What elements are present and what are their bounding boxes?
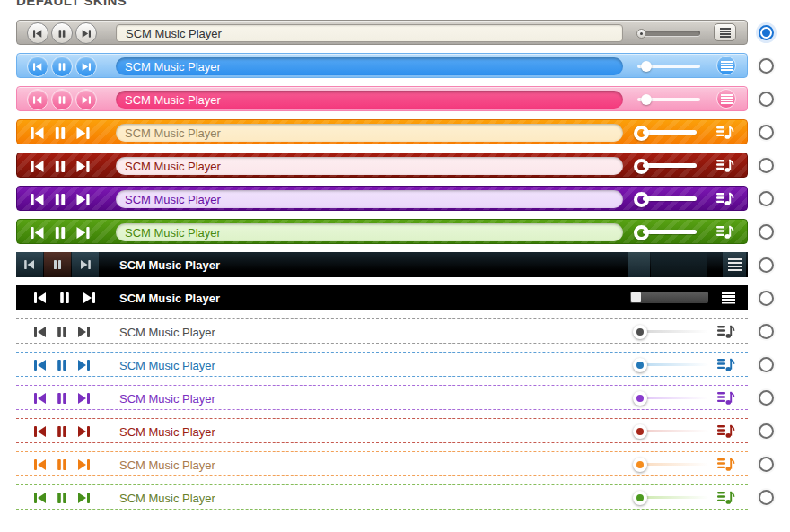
volume-slider[interactable] bbox=[634, 87, 706, 112]
previous-button[interactable] bbox=[16, 252, 43, 277]
playlist-button[interactable] bbox=[716, 191, 734, 206]
pause-button[interactable] bbox=[56, 493, 68, 503]
playlist-button[interactable] bbox=[717, 423, 735, 439]
volume-knob[interactable] bbox=[628, 252, 650, 277]
skin-radio-red-line[interactable] bbox=[759, 423, 774, 439]
volume-knob[interactable] bbox=[631, 292, 641, 302]
volume-knob[interactable] bbox=[636, 29, 646, 39]
playlist-button[interactable] bbox=[723, 252, 746, 277]
volume-knob[interactable] bbox=[633, 424, 647, 439]
volume-slider[interactable] bbox=[633, 452, 705, 477]
next-button[interactable] bbox=[75, 22, 97, 44]
next-button[interactable] bbox=[75, 194, 90, 205]
previous-button[interactable] bbox=[34, 292, 47, 303]
volume-knob[interactable] bbox=[641, 94, 652, 105]
pause-button[interactable] bbox=[53, 161, 67, 172]
volume-slider[interactable] bbox=[634, 187, 706, 212]
skin-radio-orange[interactable] bbox=[759, 125, 774, 140]
volume-knob[interactable] bbox=[634, 225, 649, 240]
volume-knob[interactable] bbox=[634, 192, 649, 207]
volume-knob[interactable] bbox=[633, 458, 647, 472]
skin-radio-black[interactable] bbox=[759, 291, 774, 306]
skin-radio-green[interactable] bbox=[759, 224, 774, 240]
playlist-button[interactable] bbox=[717, 357, 735, 372]
previous-button[interactable] bbox=[34, 459, 47, 470]
playlist-button[interactable] bbox=[717, 457, 735, 472]
volume-slider[interactable] bbox=[634, 54, 706, 79]
previous-button[interactable] bbox=[31, 127, 45, 139]
skin-radio-purple[interactable] bbox=[759, 191, 774, 206]
playlist-button[interactable] bbox=[716, 158, 734, 173]
previous-button[interactable] bbox=[27, 89, 48, 110]
volume-knob[interactable] bbox=[634, 159, 649, 174]
previous-button[interactable] bbox=[34, 360, 47, 371]
pause-button[interactable] bbox=[51, 56, 73, 77]
playlist-button[interactable] bbox=[717, 390, 735, 406]
pause-button[interactable] bbox=[58, 292, 71, 303]
skin-radio-blue-line[interactable] bbox=[759, 357, 774, 372]
volume-knob[interactable] bbox=[633, 358, 647, 372]
previous-button[interactable] bbox=[31, 227, 45, 239]
playlist-button[interactable] bbox=[717, 490, 735, 505]
skin-radio-blue[interactable] bbox=[759, 58, 774, 74]
volume-slider[interactable] bbox=[633, 485, 705, 510]
pause-button[interactable] bbox=[56, 393, 68, 404]
previous-button[interactable] bbox=[27, 22, 48, 44]
next-button[interactable] bbox=[75, 227, 90, 239]
playlist-button[interactable] bbox=[716, 224, 734, 240]
skin-radio-charcoal[interactable] bbox=[759, 257, 774, 273]
pause-button[interactable] bbox=[56, 360, 68, 371]
pause-button[interactable] bbox=[51, 22, 73, 44]
skin-radio-white-line[interactable] bbox=[759, 324, 774, 339]
previous-button[interactable] bbox=[34, 426, 47, 437]
previous-button[interactable] bbox=[34, 493, 47, 503]
volume-slider[interactable] bbox=[633, 386, 705, 411]
volume-knob[interactable] bbox=[633, 325, 647, 339]
skin-radio-green-line[interactable] bbox=[759, 490, 774, 505]
next-button[interactable] bbox=[75, 56, 97, 77]
next-button[interactable] bbox=[77, 393, 90, 404]
volume-slider[interactable] bbox=[634, 153, 706, 179]
playlist-button[interactable] bbox=[716, 89, 736, 109]
next-button[interactable] bbox=[77, 493, 90, 503]
previous-button[interactable] bbox=[31, 194, 45, 205]
pause-button[interactable] bbox=[56, 459, 68, 470]
volume-knob[interactable] bbox=[641, 61, 652, 72]
skin-radio-orange-line[interactable] bbox=[759, 457, 774, 472]
volume-slider[interactable] bbox=[630, 285, 720, 310]
volume-knob[interactable] bbox=[634, 126, 649, 141]
previous-button[interactable] bbox=[34, 327, 47, 337]
pause-button[interactable] bbox=[44, 252, 71, 277]
pause-button[interactable] bbox=[53, 227, 67, 239]
skin-radio-crimson[interactable] bbox=[759, 158, 774, 173]
pause-button[interactable] bbox=[51, 89, 73, 110]
next-button[interactable] bbox=[83, 292, 95, 303]
pause-button[interactable] bbox=[56, 426, 68, 437]
playlist-button[interactable] bbox=[717, 324, 735, 339]
pause-button[interactable] bbox=[53, 194, 67, 205]
volume-slider[interactable] bbox=[633, 319, 705, 344]
playlist-button[interactable] bbox=[714, 23, 736, 41]
volume-slider[interactable] bbox=[633, 353, 705, 378]
previous-button[interactable] bbox=[27, 56, 48, 77]
next-button[interactable] bbox=[77, 360, 90, 371]
volume-slider[interactable] bbox=[634, 21, 706, 46]
next-button[interactable] bbox=[77, 426, 90, 437]
volume-knob[interactable] bbox=[633, 491, 647, 505]
skin-radio-silver[interactable] bbox=[759, 25, 774, 40]
next-button[interactable] bbox=[75, 161, 90, 172]
playlist-button[interactable] bbox=[716, 56, 736, 75]
next-button[interactable] bbox=[77, 459, 90, 470]
next-button[interactable] bbox=[75, 89, 97, 110]
playlist-button[interactable] bbox=[716, 125, 734, 140]
pause-button[interactable] bbox=[56, 327, 68, 337]
playlist-button[interactable] bbox=[722, 292, 735, 304]
volume-slider[interactable] bbox=[628, 252, 709, 277]
volume-knob[interactable] bbox=[633, 391, 647, 406]
next-button[interactable] bbox=[72, 252, 99, 277]
skin-radio-purple-line[interactable] bbox=[759, 390, 774, 406]
volume-slider[interactable] bbox=[634, 120, 706, 145]
volume-slider[interactable] bbox=[633, 419, 705, 444]
next-button[interactable] bbox=[77, 327, 90, 337]
volume-slider[interactable] bbox=[634, 220, 706, 245]
